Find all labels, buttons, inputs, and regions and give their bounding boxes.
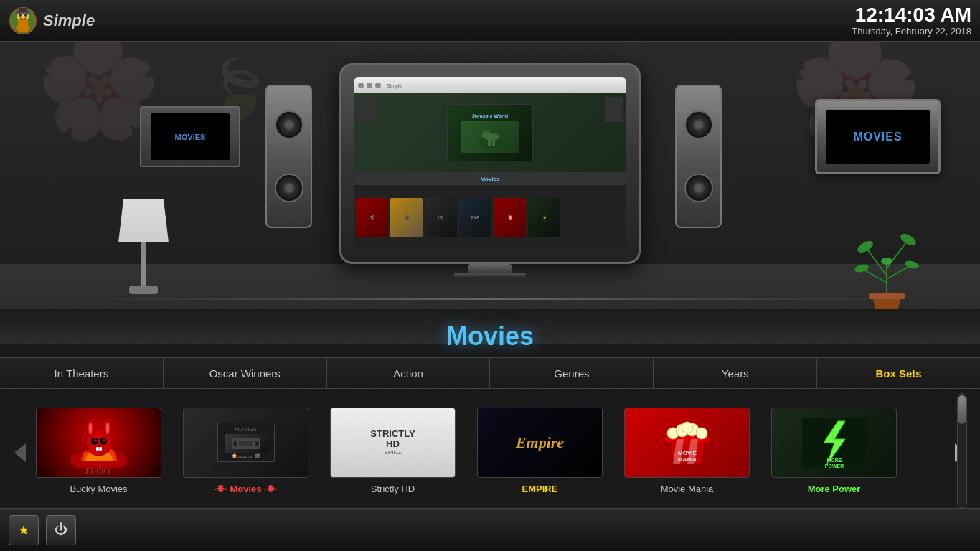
floor-line xyxy=(72,298,908,300)
speaker-left xyxy=(265,85,312,228)
svg-point-11 xyxy=(485,133,499,141)
tv-dot-1 xyxy=(358,83,364,88)
speaker-r-inner-top xyxy=(692,118,706,132)
movie-item-movies-cat[interactable]: MOVIES 🍿 popcorn 🎬 ·❋· Movies ·❋· xyxy=(183,408,308,494)
speaker-inner xyxy=(282,118,296,132)
svg-point-50 xyxy=(696,428,707,439)
speaker-right xyxy=(675,85,722,228)
nav-tabs: In TheatersOscar WinnersActionGenresYear… xyxy=(0,357,980,389)
svg-point-4 xyxy=(19,14,22,17)
movie-thumb-bucky-movies: BUCKY xyxy=(36,408,161,478)
scrollbar-thumb xyxy=(958,395,966,424)
svg-point-35 xyxy=(103,439,105,442)
tv-movie-tabs: Movies xyxy=(354,172,626,185)
lamp-shade xyxy=(118,199,169,242)
svg-point-40 xyxy=(232,441,238,446)
speaker-r-circle-top xyxy=(684,110,713,139)
svg-rect-13 xyxy=(492,140,495,146)
movie-thumb-movies-cat: MOVIES 🍿 popcorn 🎬 xyxy=(183,408,308,478)
movie-label-movies-cat: ·❋· Movies ·❋· xyxy=(215,484,278,494)
svg-point-22 xyxy=(899,232,918,248)
plant xyxy=(851,225,923,314)
lamp-base xyxy=(129,286,158,294)
speaker-r-inner-bottom xyxy=(692,181,706,195)
movie-item-empire[interactable]: Empire EMPIRE xyxy=(477,408,603,494)
power-button[interactable]: ⏻ xyxy=(46,515,76,545)
logo-icon xyxy=(9,6,37,35)
hero-movie-title: Jurassic World xyxy=(472,113,508,118)
tv-strip-thumb-6: ⚡ xyxy=(528,198,560,237)
tv-movie-hero: Jurassic World xyxy=(354,93,626,172)
hero-movie-art xyxy=(461,121,519,153)
lamp-body xyxy=(141,242,146,286)
right-scrollbar[interactable] xyxy=(957,393,967,508)
tv-right-label: MOVIES xyxy=(853,131,902,143)
svg-point-25 xyxy=(881,258,892,265)
clock-area: 12:14:03 AM Thursday, February 22, 2018 xyxy=(852,4,971,37)
nav-tab-in-theaters[interactable]: In Theaters xyxy=(0,358,164,388)
bottom-toolbar: ★ ⏻ xyxy=(0,508,980,551)
tv-left-screen: MOVIES xyxy=(151,113,230,160)
svg-rect-3 xyxy=(18,19,28,27)
page-title: Movies xyxy=(446,321,534,351)
svg-rect-8 xyxy=(15,12,31,14)
movie-thumb-movie-mania: MOVIE MANIA xyxy=(624,408,750,478)
lamp xyxy=(115,199,172,314)
nav-tab-genres[interactable]: Genres xyxy=(490,358,654,388)
tv-strip-thumb-3: HD xyxy=(425,198,457,237)
movie-item-movie-mania[interactable]: MOVIE MANIA Movie Mania xyxy=(624,408,750,494)
svg-text:MANIA: MANIA xyxy=(677,456,696,463)
movie-label-movie-mania: Movie Mania xyxy=(661,484,714,494)
tv-strip-thumb-1: 🎬 xyxy=(356,198,388,237)
tv-browser-bar: Simple xyxy=(354,77,626,93)
scroll-left-arrow[interactable] xyxy=(7,429,32,476)
speaker-circle-bottom xyxy=(275,174,303,202)
tv-stand-base xyxy=(454,273,526,278)
movie-item-more-power[interactable]: MORE POWER More Power xyxy=(771,408,897,494)
nav-tab-action[interactable]: Action xyxy=(327,358,491,388)
movie-item-strictly-hd[interactable]: STRICTLY HD SPINZ Strictly HD xyxy=(330,408,456,494)
nav-tab-years[interactable]: Years xyxy=(654,358,817,388)
side-thumb-2 xyxy=(605,97,623,122)
speaker-inner xyxy=(282,181,296,195)
svg-point-30 xyxy=(88,423,92,434)
trex-silhouette xyxy=(472,124,508,149)
svg-text:MORE: MORE xyxy=(826,458,842,463)
tv-right-screen: MOVIES xyxy=(826,110,930,164)
favorite-button[interactable]: ★ xyxy=(9,515,39,545)
tv-address-bar: Simple xyxy=(387,83,402,88)
svg-text:MOVIE: MOVIE xyxy=(678,450,697,456)
svg-point-21 xyxy=(856,239,875,255)
movie-item-bucky-movies[interactable]: BUCKY Bucky Movies xyxy=(36,408,161,494)
speaker-circle-top xyxy=(275,110,303,139)
tv-screen: Simple Jurassic World xyxy=(354,77,626,250)
tv-movie-strip: 🎬 🎥 HD EMP 🍿 ⚡ xyxy=(354,185,626,250)
svg-point-41 xyxy=(254,441,260,446)
svg-rect-42 xyxy=(239,441,253,446)
tv-content: Jurassic World xyxy=(354,93,626,250)
tv-left: MOVIES xyxy=(140,106,240,167)
nav-tab-box-sets[interactable]: Box Sets xyxy=(817,358,980,388)
movie-thumb-strictly-hd: STRICTLY HD SPINZ xyxy=(330,408,456,478)
svg-rect-12 xyxy=(488,138,491,146)
movie-label-bucky-movies: Bucky Movies xyxy=(70,484,127,494)
tv-strip-thumb-5: 🍿 xyxy=(494,198,526,237)
tv-dot-2 xyxy=(367,83,372,88)
title-section: Movies xyxy=(0,321,980,352)
tv-left-label: MOVIES xyxy=(175,133,206,141)
tv-strip-thumb-4: EMP xyxy=(459,198,491,237)
svg-text:POWER: POWER xyxy=(824,463,843,468)
svg-marker-58 xyxy=(14,443,26,462)
time-display: 12:14:03 AM xyxy=(852,4,971,27)
tv-right: MOVIES xyxy=(815,99,941,174)
svg-rect-7 xyxy=(19,8,27,11)
side-thumb-1 xyxy=(357,97,375,122)
tv-dot-3 xyxy=(375,83,381,88)
nav-tab-oscar-winners[interactable]: Oscar Winners xyxy=(164,358,327,388)
tv-tabs-label: Movies xyxy=(480,176,499,182)
top-bar: Simple 12:14:03 AM Thursday, February 22… xyxy=(0,0,980,42)
svg-point-34 xyxy=(94,439,97,442)
logo-text: Simple xyxy=(43,11,95,30)
speaker-r-circle-bottom xyxy=(684,174,713,202)
svg-rect-36 xyxy=(96,447,99,451)
